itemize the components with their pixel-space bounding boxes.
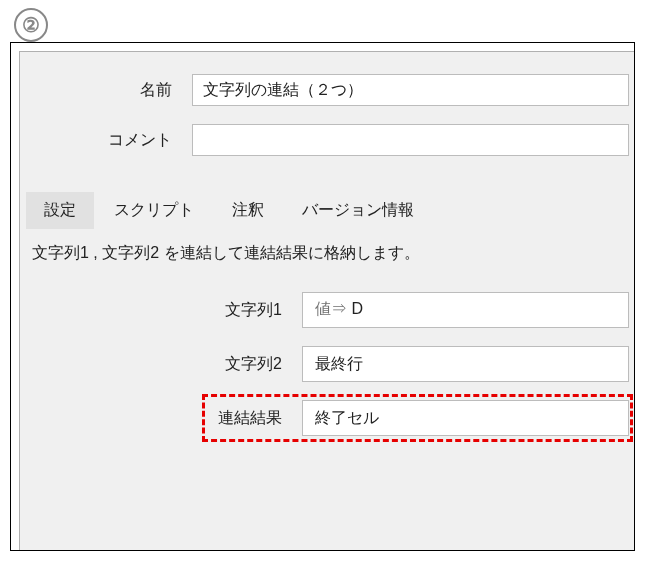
value-prefix-icon: 値⇒ [315, 300, 347, 317]
settings-panel: 文字列1 , 文字列2 を連結して連結結果に格納します。 文字列1 値⇒ D 文… [20, 229, 635, 466]
tab-script[interactable]: スクリプト [96, 192, 212, 229]
tab-annotation[interactable]: 注釈 [214, 192, 282, 229]
dialog-panel: 名前 コメント 設定 スクリプト 注釈 バージョン情報 文字列1 , 文字列2 … [19, 51, 635, 551]
string1-input[interactable]: 値⇒ D [302, 292, 629, 328]
tab-version[interactable]: バージョン情報 [284, 192, 432, 229]
string2-label: 文字列2 [32, 354, 302, 375]
form-header: 名前 コメント [20, 52, 635, 186]
string2-input[interactable] [302, 346, 629, 382]
tab-settings[interactable]: 設定 [26, 192, 94, 229]
step-badge: ② [14, 8, 48, 42]
comment-label: コメント [32, 130, 192, 151]
comment-row: コメント [32, 124, 629, 156]
name-label: 名前 [32, 80, 192, 101]
comment-input[interactable] [192, 124, 629, 156]
string2-row: 文字列2 [32, 346, 629, 382]
name-row: 名前 [32, 74, 629, 106]
result-label: 連結結果 [32, 408, 302, 429]
string1-value: D [351, 300, 363, 317]
tab-bar: 設定 スクリプト 注釈 バージョン情報 [20, 192, 635, 229]
name-input[interactable] [192, 74, 629, 106]
result-input[interactable] [302, 400, 629, 436]
panel-description: 文字列1 , 文字列2 を連結して連結結果に格納します。 [32, 243, 629, 264]
string1-label: 文字列1 [32, 300, 302, 321]
result-row: 連結結果 [32, 400, 629, 436]
screenshot-frame: 名前 コメント 設定 スクリプト 注釈 バージョン情報 文字列1 , 文字列2 … [10, 42, 635, 551]
string1-row: 文字列1 値⇒ D [32, 292, 629, 328]
